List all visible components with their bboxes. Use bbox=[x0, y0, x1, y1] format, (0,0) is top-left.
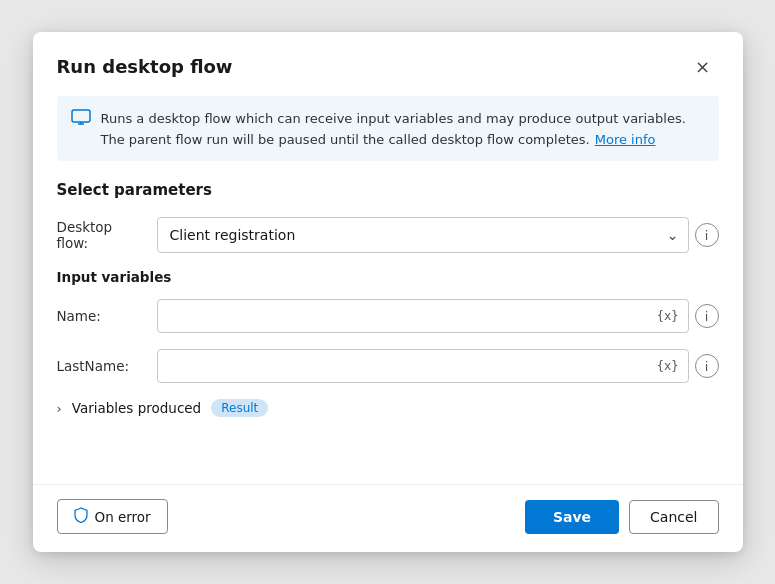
footer-actions: Save Cancel bbox=[525, 500, 719, 534]
close-button[interactable]: × bbox=[687, 50, 719, 82]
svg-rect-0 bbox=[72, 110, 90, 122]
lastname-control-wrapper: {x} i bbox=[157, 349, 719, 383]
variables-produced-label: Variables produced bbox=[72, 400, 202, 416]
info-banner-content: Runs a desktop flow which can receive in… bbox=[101, 108, 705, 149]
name-input[interactable] bbox=[157, 299, 689, 333]
name-info-button[interactable]: i bbox=[695, 304, 719, 328]
dialog-footer: On error Save Cancel bbox=[33, 485, 743, 552]
dialog-title: Run desktop flow bbox=[57, 56, 233, 77]
info-icon: i bbox=[705, 309, 709, 324]
cancel-button[interactable]: Cancel bbox=[629, 500, 718, 534]
section-title: Select parameters bbox=[57, 181, 719, 199]
desktop-flow-select-wrapper: Client registration ⌄ bbox=[157, 217, 689, 253]
desktop-flow-control-wrapper: Client registration ⌄ i bbox=[157, 217, 719, 253]
dialog-header: Run desktop flow × bbox=[33, 32, 743, 96]
name-control-wrapper: {x} i bbox=[157, 299, 719, 333]
lastname-field-row: LastName: {x} i bbox=[57, 349, 719, 383]
dialog-body: Select parameters Desktop flow: Client r… bbox=[33, 177, 743, 468]
info-icon: i bbox=[705, 359, 709, 374]
name-label: Name: bbox=[57, 308, 147, 324]
chevron-right-icon[interactable]: › bbox=[57, 401, 62, 416]
lastname-label: LastName: bbox=[57, 358, 147, 374]
desktop-flow-row: Desktop flow: Client registration ⌄ i bbox=[57, 217, 719, 253]
result-badge: Result bbox=[211, 399, 268, 417]
info-banner: Runs a desktop flow which can receive in… bbox=[57, 96, 719, 161]
variables-produced-row: › Variables produced Result bbox=[57, 399, 719, 417]
shield-icon bbox=[74, 507, 88, 526]
lastname-info-button[interactable]: i bbox=[695, 354, 719, 378]
monitor-icon bbox=[71, 109, 91, 127]
lastname-input[interactable] bbox=[157, 349, 689, 383]
desktop-flow-label: Desktop flow: bbox=[57, 219, 147, 251]
name-field-row: Name: {x} i bbox=[57, 299, 719, 333]
on-error-button[interactable]: On error bbox=[57, 499, 168, 534]
on-error-label: On error bbox=[95, 509, 151, 525]
desktop-flow-select[interactable]: Client registration bbox=[157, 217, 689, 253]
input-variables-label: Input variables bbox=[57, 269, 719, 285]
info-icon: i bbox=[705, 228, 709, 243]
save-button[interactable]: Save bbox=[525, 500, 619, 534]
lastname-input-wrapper: {x} bbox=[157, 349, 689, 383]
more-info-link[interactable]: More info bbox=[595, 132, 656, 147]
desktop-flow-info-button[interactable]: i bbox=[695, 223, 719, 247]
run-desktop-flow-dialog: Run desktop flow × Runs a desktop flow w… bbox=[33, 32, 743, 552]
close-icon: × bbox=[695, 56, 710, 77]
name-input-wrapper: {x} bbox=[157, 299, 689, 333]
